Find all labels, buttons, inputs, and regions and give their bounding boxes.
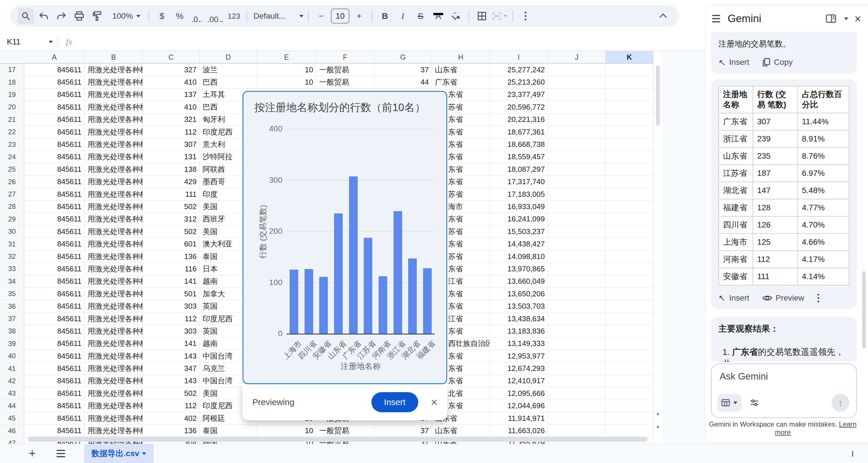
row-header-19[interactable]: 19 [0,89,24,101]
cell-A25[interactable]: 845611 [24,163,85,175]
cell-F46[interactable]: 一般贸易 [316,425,374,437]
cell-A30[interactable]: 845611 [24,226,85,238]
row-header-27[interactable]: 27 [0,188,24,200]
row-header-45[interactable]: 45 [0,412,24,425]
cell-J18[interactable] [548,76,606,88]
cell-A40[interactable]: 845611 [24,350,85,362]
cell-J35[interactable] [548,288,606,300]
text-color-button[interactable]: A [430,8,446,24]
cell-C20[interactable]: 410 [143,101,200,113]
row-header-39[interactable]: 39 [0,338,24,350]
cell-J39[interactable] [548,338,606,350]
side-panel-icon[interactable] [826,14,836,23]
cell-B31[interactable]: 用激光处理各种材 [85,238,143,250]
close-panel-icon[interactable]: × [855,13,861,24]
cell-A42[interactable]: 845611 [24,375,85,387]
cell-G17[interactable]: 37 [374,64,432,76]
cell-C33[interactable]: 116 [143,263,200,275]
cell-A33[interactable]: 845611 [24,263,85,275]
cell-J42[interactable] [548,375,606,387]
cell-C30[interactable]: 502 [143,226,200,238]
cell-A37[interactable]: 845611 [24,313,85,325]
bold-button[interactable]: B [377,8,393,24]
row-header-21[interactable]: 21 [0,113,24,126]
cell-J43[interactable] [548,387,606,400]
cell-A17[interactable]: 845611 [24,64,85,76]
cell-J44[interactable] [548,400,606,412]
cell-B22[interactable]: 用激光处理各种材 [85,126,143,138]
cell-I38[interactable]: 13,183,836 [490,325,548,337]
cell-A20[interactable]: 845611 [24,101,85,113]
cell-J38[interactable] [548,325,606,337]
cell-C21[interactable]: 321 [143,113,200,126]
cell-K41[interactable] [606,362,653,375]
cell-B20[interactable]: 用激光处理各种材 [85,101,143,113]
cell-B26[interactable]: 用激光处理各种材 [85,176,143,188]
cell-I39[interactable]: 13,149,333 [490,338,548,350]
row-header-38[interactable]: 38 [0,325,24,337]
cell-A36[interactable]: 845611 [24,300,85,312]
cell-K19[interactable] [606,89,653,101]
row-header-18[interactable]: 18 [0,76,24,88]
cell-H17[interactable]: 山东省 [432,64,490,76]
cell-K35[interactable] [606,288,653,300]
cell-K39[interactable] [606,338,653,350]
cell-I43[interactable]: 12,095,666 [490,387,548,400]
cell-B35[interactable]: 用激光处理各种材 [85,288,143,300]
cell-K40[interactable] [606,350,653,362]
cell-K18[interactable] [606,76,653,88]
cell-B30[interactable]: 用激光处理各种材 [85,226,143,238]
cell-K33[interactable] [606,263,653,275]
cell-K38[interactable] [606,325,653,337]
cell-C38[interactable]: 303 [143,325,200,337]
column-header-F[interactable]: F [316,51,374,64]
font-select[interactable]: Default... [252,8,303,24]
cell-K20[interactable] [606,101,653,113]
increase-font-size-button[interactable]: + [351,8,367,24]
cell-C39[interactable]: 141 [143,338,200,350]
cell-B38[interactable]: 用激光处理各种材 [85,325,143,337]
menu-icon[interactable] [712,15,720,22]
cell-I24[interactable]: 18,559,457 [490,151,548,163]
cell-E18[interactable]: 10 [257,76,316,88]
cell-D17[interactable]: 波兰 [200,64,257,76]
tune-button[interactable] [750,398,758,407]
cell-A21[interactable]: 845611 [24,113,85,126]
row-header-34[interactable]: 34 [0,275,24,288]
cell-I45[interactable]: 11,914,971 [490,412,548,425]
row-header-26[interactable]: 26 [0,176,24,188]
strikethrough-button[interactable]: S [412,8,429,24]
cell-B27[interactable]: 用激光处理各种材 [85,188,143,200]
row-header-17[interactable]: 17 [0,64,24,76]
cell-A28[interactable]: 845611 [24,200,85,213]
cell-I17[interactable]: 25,277,242 [490,64,548,76]
row-header-35[interactable]: 35 [0,288,24,300]
cell-B44[interactable]: 用激光处理各种材 [85,400,143,412]
cell-A24[interactable]: 845611 [24,151,85,163]
cell-J22[interactable] [548,126,606,138]
cell-I36[interactable]: 13,503,703 [490,300,548,312]
cell-A46[interactable]: 845611 [24,425,85,437]
cell-K28[interactable] [606,200,653,213]
row-header-37[interactable]: 37 [0,313,24,325]
cell-C17[interactable]: 327 [143,64,200,76]
decrease-decimals-button[interactable]: .0← [189,8,206,24]
cell-A38[interactable]: 845611 [24,325,85,337]
cell-C32[interactable]: 136 [143,251,200,263]
redo-button[interactable] [53,8,69,24]
row-header-44[interactable]: 44 [0,400,24,412]
paint-format-button[interactable] [89,8,105,24]
cell-J45[interactable] [548,412,606,425]
font-size-input[interactable]: 10 [331,9,349,24]
cell-B46[interactable]: 用激光处理各种材 [85,425,143,437]
cell-G46[interactable]: 37 [374,425,432,437]
cell-K37[interactable] [606,313,653,325]
row-header-32[interactable]: 32 [0,251,24,263]
cell-I22[interactable]: 18,677,361 [490,126,548,138]
row-header-43[interactable]: 43 [0,387,24,400]
cell-C45[interactable]: 402 [143,412,200,425]
cell-J20[interactable] [548,101,606,113]
cell-G18[interactable]: 44 [374,76,432,88]
row-header-33[interactable]: 33 [0,263,24,275]
cell-I19[interactable]: 23,377,497 [490,89,548,101]
